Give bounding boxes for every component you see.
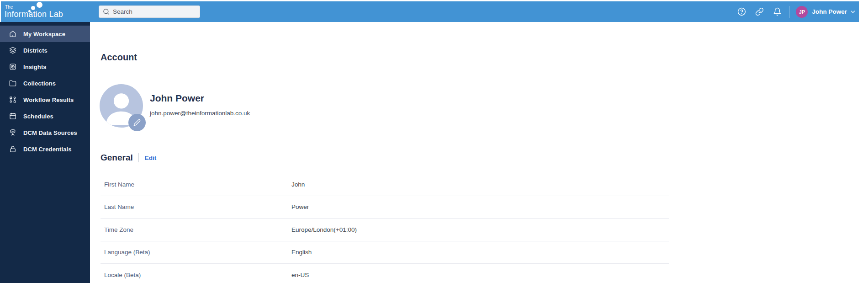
notifications-bell-icon[interactable]	[773, 7, 782, 16]
sidebar-label: Districts	[23, 47, 48, 54]
sidebar-label: Collections	[23, 80, 56, 87]
sidebar-item-schedules[interactable]: Schedules	[0, 108, 90, 124]
sidebar-label: Workflow Results	[23, 96, 74, 103]
lock-icon	[9, 145, 16, 153]
sidebar-label: DCM Data Sources	[23, 129, 77, 136]
edit-general-link[interactable]: Edit	[145, 155, 157, 161]
general-heading: General	[101, 153, 133, 163]
general-section-header: General Edit	[101, 153, 156, 163]
main-content: Account John Power john.power@theinforma…	[90, 22, 868, 283]
field-label: First Name	[104, 181, 291, 188]
user-menu[interactable]: JP John Power	[796, 6, 856, 18]
pencil-icon	[133, 119, 141, 126]
sidebar-label: Schedules	[23, 113, 53, 120]
sidebar-label: My Workspace	[23, 31, 65, 37]
topbar-divider	[789, 6, 789, 18]
table-row-first-name: First Name John	[101, 173, 669, 196]
field-value: en-US	[291, 272, 309, 278]
search-input[interactable]	[113, 8, 191, 15]
search-box[interactable]	[99, 5, 200, 18]
field-label: Time Zone	[104, 226, 291, 233]
sidebar-nav-list: My Workspace Districts Insights	[0, 26, 90, 157]
table-row-last-name: Last Name Power	[101, 196, 669, 219]
calendar-icon	[9, 112, 16, 120]
search-icon	[103, 8, 110, 15]
field-value: John	[291, 181, 305, 188]
profile-email: john.power@theinformationlab.co.uk	[150, 110, 250, 117]
field-label: Language (Beta)	[104, 249, 291, 256]
help-icon[interactable]	[737, 7, 746, 16]
field-label: Last Name	[104, 203, 291, 210]
sidebar: My Workspace Districts Insights	[0, 22, 90, 283]
logo-text-main: Information Lab	[5, 10, 63, 19]
user-avatar: JP	[796, 6, 808, 18]
sidebar-label: Insights	[23, 64, 47, 70]
field-label: Locale (Beta)	[104, 272, 291, 278]
logo-dot-large	[37, 2, 42, 8]
field-value: English	[291, 249, 312, 256]
insights-icon	[9, 63, 16, 71]
user-name: John Power	[812, 8, 847, 15]
table-row-language: Language (Beta) English	[101, 241, 669, 264]
profile-name: John Power	[150, 93, 204, 104]
sidebar-label: DCM Credentials	[23, 146, 72, 153]
topbar-actions: JP John Power	[728, 1, 856, 22]
sidebar-item-insights[interactable]: Insights	[0, 59, 90, 75]
top-bar: The Information Lab	[1, 1, 859, 22]
field-value: Europe/London(+01:00)	[291, 226, 357, 233]
sidebar-item-districts[interactable]: Districts	[0, 42, 90, 59]
layers-icon	[9, 47, 16, 54]
logo-text-the: The	[5, 5, 13, 10]
table-row-time-zone: Time Zone Europe/London(+01:00)	[101, 218, 669, 241]
general-fields-table: First Name John Last Name Power Time Zon…	[101, 173, 669, 283]
account-page: The Information Lab	[0, 0, 868, 283]
field-value: Power	[291, 203, 309, 210]
edit-avatar-button[interactable]	[128, 114, 146, 131]
chevron-down-icon	[850, 9, 856, 15]
sidebar-item-workflow-results[interactable]: Workflow Results	[0, 91, 90, 108]
link-icon[interactable]	[755, 7, 764, 16]
heading-divider	[138, 153, 139, 162]
page-title: Account	[101, 52, 137, 63]
database-icon	[9, 129, 16, 137]
home-icon	[9, 30, 16, 38]
workflow-icon	[9, 96, 16, 104]
sidebar-item-collections[interactable]: Collections	[0, 75, 90, 91]
sidebar-item-dcm-data-sources[interactable]: DCM Data Sources	[0, 124, 90, 141]
sidebar-item-dcm-credentials[interactable]: DCM Credentials	[0, 141, 90, 157]
sidebar-item-my-workspace[interactable]: My Workspace	[0, 26, 90, 42]
information-lab-logo[interactable]: The Information Lab	[5, 1, 78, 22]
folder-icon	[9, 80, 16, 87]
table-row-locale: Locale (Beta) en-US	[101, 263, 669, 283]
